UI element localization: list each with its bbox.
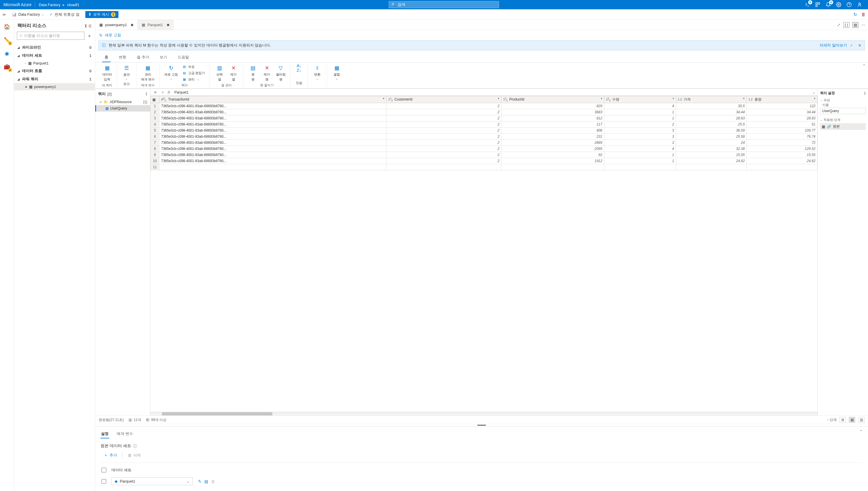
- tab-parquet1[interactable]: ▦ Parquet1: [137, 20, 174, 30]
- select-all-checkbox[interactable]: [102, 468, 106, 472]
- refresh-button[interactable]: 새로 고침: [105, 32, 121, 38]
- collapse-icon[interactable]: ⟨⟨: [89, 24, 91, 28]
- table-row[interactable]: 57365e3cb-c098-4001-83ab-68693b8780...24…: [151, 127, 817, 134]
- grid-view-icon[interactable]: ▦: [849, 417, 855, 423]
- advanced-editor-button[interactable]: ▤고급 편집기: [181, 70, 206, 76]
- collapse-queries-icon[interactable]: ⟨: [146, 92, 147, 96]
- tree-section-datasets[interactable]: ◢ 데이터 세트 1: [14, 51, 95, 60]
- table-row[interactable]: 97365e3cb-c098-4001-83ab-68693b8780...29…: [151, 152, 817, 158]
- tree-item-powerquery1[interactable]: ● ▦ powerquery1: [14, 83, 95, 90]
- pin-icon[interactable]: ⟪: [85, 24, 87, 28]
- feedback-icon[interactable]: [857, 2, 862, 7]
- bottom-tab-settings[interactable]: 설정: [100, 429, 109, 438]
- table-row[interactable]: 37365e3cb-c098-4001-83ab-68693b8780...28…: [151, 115, 817, 121]
- options-button[interactable]: ☰ 옵션 ⌄: [121, 64, 133, 81]
- step-view-button[interactable]: ▫단계: [827, 417, 837, 423]
- expand-formula-icon[interactable]: ⌄: [812, 90, 815, 94]
- rail-monitor[interactable]: ◉: [2, 49, 11, 58]
- properties-button[interactable]: ▤속성: [181, 64, 206, 69]
- code-view-icon[interactable]: ▤: [852, 22, 859, 28]
- tree-section-pipelines[interactable]: ◢ 파이프라인 0: [14, 43, 95, 51]
- cancel-formula-icon[interactable]: ✕: [153, 90, 158, 94]
- refresh-preview-button[interactable]: ↻ 새로 고침 ⌄: [163, 64, 179, 81]
- edit-dataset-icon[interactable]: ✎: [198, 479, 202, 484]
- add-dataset-button[interactable]: ＋추가: [104, 453, 117, 458]
- pqtab-view[interactable]: 보기: [154, 52, 173, 62]
- sort-button[interactable]: A↓Z↓: [294, 64, 304, 73]
- transform-button[interactable]: ⫴ 변환 ⌄: [311, 64, 323, 81]
- filter-rows-button[interactable]: ▽ 필터링 행: [275, 64, 287, 82]
- schema-view-icon[interactable]: ▥: [858, 417, 865, 423]
- horizontal-scrollbar[interactable]: [150, 412, 817, 415]
- formula-input[interactable]: Parquet1: [173, 90, 810, 94]
- global-search[interactable]: 🔍 검색: [389, 1, 499, 8]
- tree-section-dataflows[interactable]: ◢ 데이터 흐름 0: [14, 67, 95, 75]
- table-row[interactable]: 17365e3cb-c098-4001-83ab-68693b8780...28…: [151, 103, 817, 109]
- keep-rows-button[interactable]: ▤ 행 행: [247, 64, 259, 82]
- directory-icon[interactable]: [815, 2, 820, 7]
- validate-all-button[interactable]: ✓ 전체 유효성 검: [50, 12, 79, 17]
- commit-formula-icon[interactable]: ✓: [160, 90, 165, 94]
- tree-section-powerquery[interactable]: ◢ 파워 쿼리 1: [14, 75, 95, 83]
- more-icon[interactable]: ⋯: [861, 23, 865, 27]
- table-row[interactable]: 77365e3cb-c098-4001-83ab-68693b8780...22…: [151, 140, 817, 146]
- table-row[interactable]: 11: [151, 164, 817, 170]
- settings-icon[interactable]: [836, 2, 841, 7]
- service-selector[interactable]: 📊 Data Factory ⌄: [12, 12, 44, 17]
- column-header[interactable]: 123 CustomerId▾: [386, 96, 501, 103]
- manage-button[interactable]: ▦관리⌄: [181, 77, 206, 82]
- bottom-tab-parameters[interactable]: 매개 변수: [116, 429, 133, 438]
- help-icon[interactable]: [846, 2, 852, 7]
- table-row[interactable]: 67365e3cb-c098-4001-83ab-68693b8780...22…: [151, 134, 817, 140]
- add-resource-button[interactable]: ＋: [87, 32, 92, 39]
- expand-settings-icon[interactable]: ⟩: [864, 91, 866, 95]
- resource-filter-input[interactable]: ▽ 이름별 리소스 필터링: [17, 32, 85, 40]
- column-header[interactable]: 123 수량▾: [604, 96, 676, 103]
- remove-columns-button[interactable]: ✕ 제거 열: [227, 64, 240, 82]
- table-row[interactable]: 27365e3cb-c098-4001-83ab-68693b8780...23…: [151, 109, 817, 115]
- resize-handle[interactable]: [95, 424, 868, 426]
- pqtab-home[interactable]: 홈: [99, 52, 114, 62]
- notifications-icon[interactable]: 6: [826, 2, 831, 7]
- query-item-userquery[interactable]: ▦ UserQuery: [95, 105, 150, 112]
- pqtab-addcolumn[interactable]: 열 추가: [131, 52, 154, 62]
- enter-data-button[interactable]: ▦ 데이터 입력: [101, 64, 113, 82]
- rail-author[interactable]: ✏️2: [2, 35, 11, 45]
- rail-home[interactable]: 🏠: [2, 22, 11, 31]
- expand-nav-icon[interactable]: ≫: [2, 12, 6, 17]
- cloud-shell-icon[interactable]: 8: [805, 2, 810, 7]
- diagram-view-icon[interactable]: ⊞: [840, 417, 846, 423]
- choose-columns-button[interactable]: ▥ 선택 열: [213, 64, 225, 82]
- json-braces-icon[interactable]: { }: [843, 22, 849, 28]
- remove-rows-button[interactable]: ✕ 제거 행: [261, 64, 273, 82]
- column-header[interactable]: 1.2 총량▾: [747, 96, 817, 103]
- rail-manage[interactable]: 🧰2: [2, 62, 11, 71]
- delete-icon[interactable]: 🗑: [861, 12, 866, 17]
- learn-more-link[interactable]: 자세히 알아보기: [819, 43, 847, 48]
- query-folder-adfresource[interactable]: ▷ 📁 ADFResource [1]: [95, 99, 150, 105]
- table-row[interactable]: 87365e3cb-c098-4001-83ab-68693b8780...22…: [151, 146, 817, 152]
- tree-item-parquet1[interactable]: ◦ ▦ Parquet1: [14, 60, 95, 67]
- pqtab-transform[interactable]: 변환: [114, 52, 131, 62]
- close-banner-icon[interactable]: ✕: [855, 43, 861, 48]
- breadcrumb-item[interactable]: Data Factory: [39, 3, 60, 7]
- column-header[interactable]: ABC TransactionId▾: [159, 96, 386, 103]
- table-row[interactable]: 47365e3cb-c098-4001-83ab-68693b8780...21…: [151, 121, 817, 127]
- collapse-ribbon-icon[interactable]: ⌃: [863, 64, 866, 68]
- manage-parameters-button[interactable]: ▦ 관리 매개 변수: [140, 64, 156, 82]
- query-name-input[interactable]: UserQuery: [820, 108, 866, 114]
- pqtab-help[interactable]: 도움말: [173, 52, 194, 62]
- dataset-selector[interactable]: ◆ Parquet1 ⌄: [112, 478, 193, 485]
- applied-step-source[interactable]: ▦ 🔗 원본: [820, 123, 866, 130]
- data-grid[interactable]: ▦ABC TransactionId▾123 CustomerId▾123 Pr…: [150, 96, 817, 412]
- column-header[interactable]: 1.2 가격▾: [676, 96, 747, 103]
- collapse-bottom-icon[interactable]: ⌃: [860, 429, 863, 438]
- combine-button[interactable]: ▦ 결합 ⌄: [331, 64, 343, 81]
- tab-powerquery1[interactable]: ▦ powerquery1: [95, 20, 137, 30]
- breadcrumb-item[interactable]: ctoadf1: [67, 3, 80, 7]
- expand-icon[interactable]: ⤢: [837, 23, 840, 27]
- table-row[interactable]: 107365e3cb-c098-4001-83ab-68693b8780...2…: [151, 158, 817, 164]
- column-header[interactable]: 123 ProductId▾: [501, 96, 604, 103]
- open-dataset-icon[interactable]: ▤: [205, 479, 208, 484]
- dataset-checkbox[interactable]: [102, 479, 106, 484]
